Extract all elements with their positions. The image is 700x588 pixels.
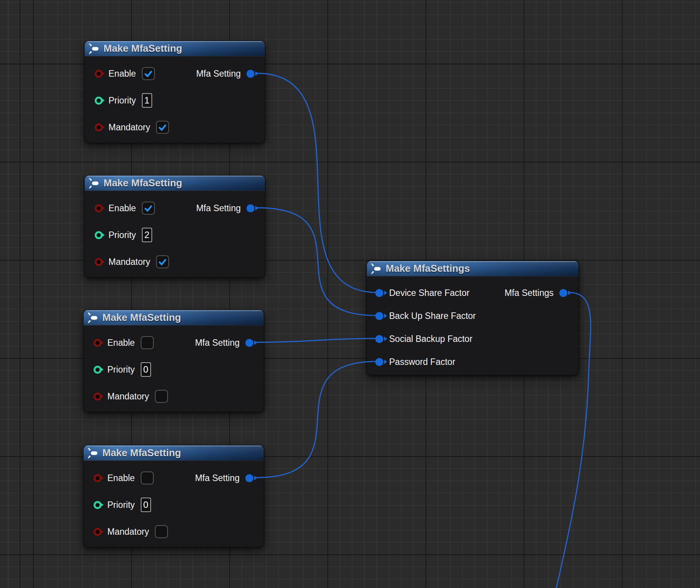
wire-setting3-to-social-backup-factor[interactable] bbox=[256, 338, 377, 342]
pin-row-mfa-setting-output: Mfa Setting bbox=[195, 336, 253, 350]
pin-row-priority: Priority 1 bbox=[95, 94, 152, 107]
pin-row-enable: Enable bbox=[94, 336, 154, 350]
enable-label: Enable bbox=[108, 69, 136, 79]
mandatory-pin[interactable] bbox=[94, 528, 102, 536]
mfa-setting-output-pin[interactable] bbox=[246, 204, 255, 212]
mandatory-checkbox[interactable] bbox=[155, 390, 168, 403]
priority-input[interactable]: 0 bbox=[141, 498, 151, 512]
node-title: Make MfaSetting bbox=[102, 312, 181, 324]
node-header[interactable]: Make MfaSetting bbox=[84, 445, 264, 461]
node-make-mfasetting-1[interactable]: Make MfaSetting Enable Priority 1 Mandat… bbox=[84, 41, 265, 143]
mandatory-pin[interactable] bbox=[94, 393, 102, 401]
pin-row-mfa-settings-output: Mfa Settings bbox=[504, 286, 567, 300]
back-up-share-factor-label: Back Up Share Factor bbox=[389, 311, 476, 321]
node-make-mfasetting-4[interactable]: Make MfaSetting Enable Priority 0 Mandat… bbox=[83, 445, 264, 547]
enable-label: Enable bbox=[107, 473, 135, 483]
mfa-settings-output-pin[interactable] bbox=[559, 289, 567, 297]
enable-checkbox[interactable] bbox=[141, 471, 154, 485]
node-title: Make MfaSetting bbox=[104, 177, 182, 189]
mfa-setting-output-pin[interactable] bbox=[245, 474, 253, 482]
enable-label: Enable bbox=[107, 338, 135, 348]
priority-pin[interactable] bbox=[95, 231, 103, 239]
priority-label: Priority bbox=[108, 95, 136, 106]
node-header[interactable]: Make MfaSetting bbox=[84, 310, 264, 325]
node-title: Make MfaSetting bbox=[102, 447, 181, 459]
blueprint-graph-canvas[interactable]: Make MfaSetting Enable Priority 1 Mandat… bbox=[0, 0, 700, 588]
device-share-factor-label: Device Share Factor bbox=[389, 288, 470, 298]
pin-row-mandatory: Mandatory bbox=[94, 389, 168, 403]
mfa-setting-output-label: Mfa Setting bbox=[196, 203, 241, 214]
node-header[interactable]: Make MfaSetting bbox=[85, 41, 265, 56]
priority-input[interactable]: 0 bbox=[141, 362, 151, 377]
mandatory-label: Mandatory bbox=[107, 391, 149, 402]
mfa-setting-output-pin[interactable] bbox=[246, 70, 255, 78]
pin-row-back-up-share-factor: Back Up Share Factor bbox=[375, 309, 476, 323]
pin-row-mfa-setting-output: Mfa Setting bbox=[196, 201, 255, 215]
priority-input[interactable]: 2 bbox=[142, 228, 152, 242]
enable-pin[interactable] bbox=[94, 474, 102, 482]
wire-setting2-to-backup-share-factor[interactable] bbox=[257, 208, 377, 315]
node-title: Make MfaSettings bbox=[386, 263, 470, 274]
enable-checkbox[interactable] bbox=[142, 67, 155, 80]
enable-checkbox[interactable] bbox=[141, 336, 154, 349]
make-struct-icon bbox=[371, 263, 382, 274]
make-struct-icon bbox=[87, 312, 99, 324]
enable-pin[interactable] bbox=[95, 204, 103, 212]
pin-row-social-backup-factor: Social Backup Factor bbox=[375, 332, 472, 346]
pin-row-mandatory: Mandatory bbox=[94, 525, 168, 539]
make-struct-icon bbox=[89, 177, 100, 189]
make-struct-icon bbox=[87, 447, 99, 459]
node-title: Make MfaSetting bbox=[104, 43, 182, 54]
pin-row-password-factor: Password Factor bbox=[375, 355, 455, 369]
mfa-setting-output-label: Mfa Setting bbox=[195, 338, 240, 348]
mfa-setting-output-pin[interactable] bbox=[245, 339, 253, 347]
make-struct-icon bbox=[89, 43, 100, 54]
priority-label: Priority bbox=[107, 365, 135, 375]
mandatory-label: Mandatory bbox=[108, 257, 150, 267]
node-make-mfasetting-2[interactable]: Make MfaSetting Enable Priority 2 Mandat… bbox=[84, 175, 265, 278]
node-make-mfasettings[interactable]: Make MfaSettings Device Share Factor Bac… bbox=[366, 261, 579, 375]
pin-row-enable: Enable bbox=[95, 201, 155, 215]
mandatory-pin[interactable] bbox=[95, 258, 103, 266]
priority-pin[interactable] bbox=[94, 366, 102, 374]
enable-pin[interactable] bbox=[95, 70, 103, 78]
priority-label: Priority bbox=[108, 230, 136, 240]
mandatory-label: Mandatory bbox=[108, 122, 150, 133]
pin-row-mfa-setting-output: Mfa Setting bbox=[195, 471, 253, 485]
node-header[interactable]: Make MfaSetting bbox=[85, 176, 265, 191]
pin-row-enable: Enable bbox=[95, 67, 155, 80]
pin-row-priority: Priority 2 bbox=[95, 228, 152, 242]
node-make-mfasetting-3[interactable]: Make MfaSetting Enable Priority 0 Mandat… bbox=[83, 310, 264, 412]
wire-setting1-to-device-share-factor[interactable] bbox=[257, 73, 377, 292]
mandatory-pin[interactable] bbox=[95, 123, 103, 131]
enable-label: Enable bbox=[108, 203, 136, 214]
node-header[interactable]: Make MfaSettings bbox=[367, 261, 578, 276]
mfa-settings-output-label: Mfa Settings bbox=[504, 288, 554, 298]
enable-pin[interactable] bbox=[94, 339, 102, 347]
pin-row-mandatory: Mandatory bbox=[95, 255, 169, 269]
pin-row-mfa-setting-output: Mfa Setting bbox=[196, 67, 255, 80]
enable-checkbox[interactable] bbox=[142, 202, 155, 215]
wire-setting4-to-password-factor[interactable] bbox=[256, 361, 377, 478]
mandatory-checkbox[interactable] bbox=[156, 121, 169, 134]
mfa-setting-output-label: Mfa Setting bbox=[195, 473, 240, 483]
mandatory-checkbox[interactable] bbox=[156, 255, 169, 268]
priority-pin[interactable] bbox=[95, 97, 103, 105]
pin-row-mandatory: Mandatory bbox=[95, 120, 169, 134]
password-factor-label: Password Factor bbox=[389, 357, 455, 367]
mfa-setting-output-label: Mfa Setting bbox=[196, 69, 241, 79]
pin-row-enable: Enable bbox=[94, 471, 154, 485]
priority-label: Priority bbox=[107, 500, 135, 510]
pin-row-priority: Priority 0 bbox=[94, 363, 151, 376]
pin-row-priority: Priority 0 bbox=[94, 498, 151, 512]
pin-row-device-share-factor: Device Share Factor bbox=[375, 286, 470, 300]
mandatory-label: Mandatory bbox=[107, 527, 149, 537]
priority-input[interactable]: 1 bbox=[142, 93, 152, 108]
mandatory-checkbox[interactable] bbox=[155, 525, 168, 538]
priority-pin[interactable] bbox=[94, 501, 102, 509]
social-backup-factor-label: Social Backup Factor bbox=[389, 334, 472, 344]
